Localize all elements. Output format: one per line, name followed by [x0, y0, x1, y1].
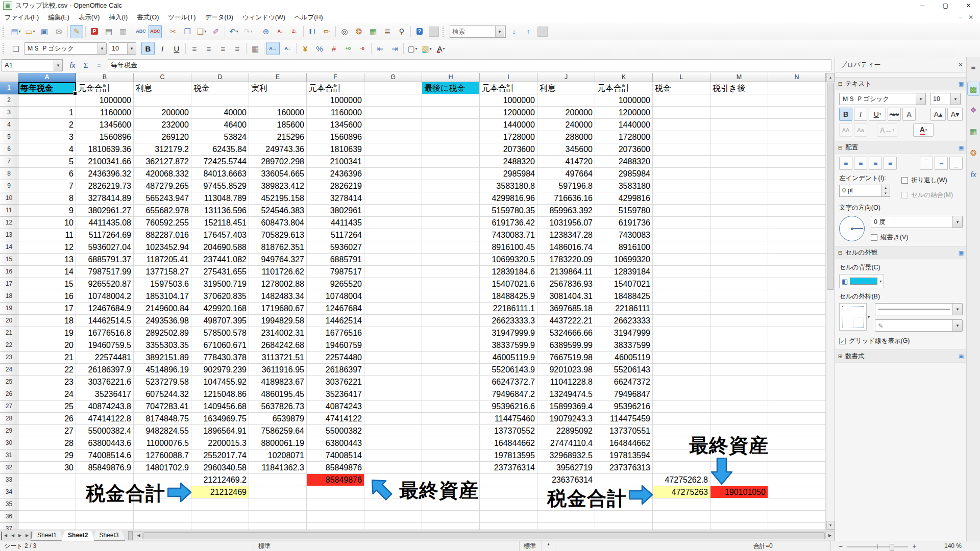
cell-C16[interactable]: 1377158.27 [134, 266, 191, 278]
cell-K8[interactable]: 2985984 [595, 168, 653, 180]
align-middle-icon[interactable]: − [935, 157, 948, 170]
cell-G28[interactable] [364, 413, 422, 425]
cell-F27[interactable]: 40874243 [307, 400, 364, 413]
cell-L24[interactable] [653, 364, 710, 376]
find-next-button[interactable]: ↓ [507, 25, 521, 38]
chevron-down-icon[interactable]: ▾ [868, 315, 870, 319]
cell-A9[interactable]: 7 [18, 180, 76, 192]
cell-N7[interactable] [768, 156, 826, 168]
row-header-15[interactable]: 15 [0, 254, 18, 266]
cell-G18[interactable] [364, 290, 422, 303]
cell-K3[interactable]: 1200000 [595, 107, 653, 119]
arrow-right-icon[interactable] [167, 482, 192, 503]
cell-D17[interactable]: 319500.719 [191, 278, 249, 290]
cell-F28[interactable]: 47414122 [307, 413, 364, 425]
cell-C27[interactable]: 7047283.41 [134, 400, 191, 413]
row-header-36[interactable]: 36 [0, 511, 18, 523]
cell-D15[interactable]: 237441.082 [191, 254, 249, 266]
cell-J29[interactable]: 22895092 [537, 425, 595, 437]
cell-D29[interactable]: 1896564.91 [191, 425, 249, 437]
cell-M1[interactable]: 税引き後 [710, 82, 768, 94]
cell-E23[interactable]: 3113721.51 [249, 352, 307, 364]
cell-B5[interactable]: 1560896 [76, 131, 134, 143]
print-icon[interactable]: ▤ [102, 25, 115, 38]
spinner-arrows[interactable]: ▴▾ [881, 185, 890, 196]
cell-H17[interactable] [422, 278, 480, 290]
cell-E33[interactable] [249, 474, 307, 486]
cell-J18[interactable]: 3081404.31 [537, 290, 595, 303]
data-sources-icon[interactable]: ≣ [381, 25, 394, 38]
cell-F19[interactable]: 12467684 [307, 303, 364, 315]
cell-B25[interactable]: 30376221.6 [76, 376, 134, 388]
cell-C1[interactable]: 利息 [134, 82, 191, 94]
text-direction-ltr-icon[interactable]: A→ [266, 42, 280, 55]
cell-J37[interactable] [537, 523, 595, 530]
cell-C13[interactable]: 882287.016 [134, 229, 191, 241]
cell-I13[interactable]: 7430083.71 [480, 229, 537, 241]
chevron-down-icon[interactable]: ▾ [33, 29, 35, 34]
cell-J8[interactable]: 497664 [537, 168, 595, 180]
cell-D4[interactable]: 46400 [191, 119, 249, 131]
cell-L17[interactable] [653, 278, 710, 290]
cell-F9[interactable]: 2826219 [307, 180, 364, 192]
zoom-level[interactable]: 140 % [944, 541, 962, 551]
bold-icon[interactable]: B [141, 42, 155, 55]
align-left-icon[interactable]: ≡ [188, 42, 201, 55]
cell-C19[interactable]: 2149600.84 [134, 303, 191, 315]
cell-F16[interactable]: 7987517 [307, 266, 364, 278]
cell-N3[interactable] [768, 107, 826, 119]
cell-L5[interactable] [653, 131, 710, 143]
cell-G24[interactable] [364, 364, 422, 376]
cell-N1[interactable] [768, 82, 826, 94]
cell-D12[interactable]: 152118.451 [191, 217, 249, 229]
cell-K16[interactable]: 12839184 [595, 266, 653, 278]
column-header-D[interactable]: D [191, 73, 249, 82]
cell-L1[interactable]: 税金 [653, 82, 710, 94]
cell-E12[interactable]: 608473.804 [249, 217, 307, 229]
cell-J31[interactable]: 32968932.5 [537, 449, 595, 462]
add-decimal-place-icon[interactable]: +0 [341, 42, 355, 55]
cell-J16[interactable]: 2139864.11 [537, 266, 595, 278]
name-box[interactable]: A1 ▾ [2, 59, 63, 71]
cell-N36[interactable] [768, 511, 826, 523]
cell-B1[interactable]: 元金合計 [76, 82, 134, 94]
cell-A10[interactable]: 8 [18, 192, 76, 205]
align-justify-icon[interactable]: ≡ [884, 157, 897, 170]
cell-K32[interactable]: 237376313 [595, 462, 653, 474]
cell-N16[interactable] [768, 266, 826, 278]
sidebar-menu-icon[interactable]: ≡ [967, 60, 979, 74]
cell-B19[interactable]: 12467684.9 [76, 303, 134, 315]
chevron-down-icon[interactable]: ▾ [127, 43, 136, 54]
cell-A32[interactable]: 30 [18, 462, 76, 474]
scroll-up-icon[interactable]: ▲ [826, 73, 835, 82]
cell-G19[interactable] [364, 303, 422, 315]
cell-B6[interactable]: 1810639.36 [76, 143, 134, 156]
row-header-9[interactable]: 9 [0, 180, 18, 192]
cell-K26[interactable]: 79496847 [595, 388, 653, 400]
annotation-tax-total-left[interactable]: 税金合計 [86, 484, 165, 503]
cell-M12[interactable] [710, 217, 768, 229]
cell-M14[interactable] [710, 241, 768, 254]
cell-L8[interactable] [653, 168, 710, 180]
sort-descending-icon[interactable]: Z↓ [288, 25, 301, 38]
cell-B4[interactable]: 1345600 [76, 119, 134, 131]
cell-F14[interactable]: 5936027 [307, 241, 364, 254]
chevron-down-icon[interactable]: ▾ [443, 46, 445, 51]
cell-J4[interactable]: 240000 [537, 119, 595, 131]
row-header-28[interactable]: 28 [0, 413, 18, 425]
cell-K28[interactable]: 114475459 [595, 413, 653, 425]
cell-C11[interactable]: 655682.978 [134, 205, 191, 217]
cell-I20[interactable]: 26623333.3 [480, 315, 537, 327]
annotation-tax-total-right[interactable]: 税金合計 [547, 489, 627, 508]
cell-D6[interactable]: 62435.84 [191, 143, 249, 156]
chevron-down-icon[interactable]: ▾ [925, 128, 927, 132]
cell-H15[interactable] [422, 254, 480, 266]
cell-C4[interactable]: 232000 [134, 119, 191, 131]
cell-A12[interactable]: 10 [18, 217, 76, 229]
zoom-slider[interactable] [847, 546, 908, 547]
cell-A21[interactable]: 19 [18, 327, 76, 339]
toolbar-overflow[interactable] [429, 27, 439, 37]
increase-indent-icon[interactable]: ⇥ [388, 42, 401, 55]
cell-E29[interactable]: 7586259.64 [249, 425, 307, 437]
row-header-30[interactable]: 30 [0, 437, 18, 449]
